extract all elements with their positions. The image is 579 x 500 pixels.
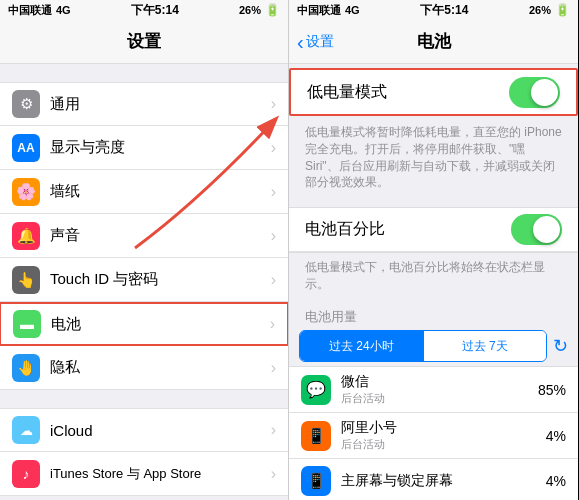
usage-label-container: 电池用量 bbox=[289, 303, 578, 330]
itunes-label: iTunes Store 与 App Store bbox=[50, 465, 271, 483]
wechat-sub: 后台活动 bbox=[341, 391, 538, 406]
wallpaper-icon: 🌸 bbox=[12, 178, 40, 206]
app-row-homescreen: 📱 主屏幕与锁定屏幕 4% bbox=[289, 459, 578, 500]
battery-pct-toggle[interactable] bbox=[511, 214, 562, 245]
right-nav-title: 电池 bbox=[417, 30, 451, 53]
battery-pct-label: 电池百分比 bbox=[305, 219, 511, 240]
battery-content: 低电量模式 低电量模式将暂时降低耗电量，直至您的 iPhone 完全充电。打开后… bbox=[289, 64, 578, 500]
low-power-description: 低电量模式将暂时降低耗电量，直至您的 iPhone 完全充电。打开后，将停用邮件… bbox=[289, 116, 578, 203]
app-usage-list: 💬 微信 后台活动 85% 📱 阿里小号 后台活动 bbox=[289, 366, 578, 500]
tab-24h[interactable]: 过去 24小时 bbox=[300, 331, 423, 361]
left-time: 下午5:14 bbox=[131, 2, 179, 19]
left-nav-title: 设置 bbox=[127, 30, 161, 53]
general-icon: ⚙ bbox=[12, 90, 40, 118]
tab-7d-label: 过去 7天 bbox=[462, 338, 508, 355]
wallpaper-label: 墙纸 bbox=[50, 182, 271, 201]
wechat-icon: 💬 bbox=[301, 375, 331, 405]
left-status-right: 26% 🔋 bbox=[239, 3, 280, 17]
alibaba-sub: 后台活动 bbox=[341, 437, 546, 452]
right-nav-bar: ‹ 设置 电池 bbox=[289, 20, 578, 64]
settings-row-battery[interactable]: ▬ 电池 › bbox=[0, 302, 288, 346]
sound-chevron: › bbox=[271, 227, 276, 245]
settings-row-general[interactable]: ⚙ 通用 › bbox=[0, 82, 288, 126]
sound-icon: 🔔 bbox=[12, 222, 40, 250]
tab-7d[interactable]: 过去 7天 bbox=[423, 331, 547, 361]
toggle-thumb bbox=[531, 79, 558, 106]
settings-row-itunes[interactable]: ♪ iTunes Store 与 App Store › bbox=[0, 452, 288, 496]
right-panel: 中国联通 4G 下午5:14 26% 🔋 ‹ 设置 电池 低电量模式 bbox=[289, 0, 578, 500]
settings-row-wallpaper[interactable]: 🌸 墙纸 › bbox=[0, 170, 288, 214]
display-label: 显示与亮度 bbox=[50, 138, 271, 157]
sound-label: 声音 bbox=[50, 226, 271, 245]
right-battery-icon: 🔋 bbox=[555, 3, 570, 17]
wallpaper-chevron: › bbox=[271, 183, 276, 201]
wechat-name: 微信 bbox=[341, 373, 538, 391]
low-power-highlight-box: 低电量模式 bbox=[289, 68, 578, 116]
display-chevron: › bbox=[271, 139, 276, 157]
alibaba-icon: 📱 bbox=[301, 421, 331, 451]
app-container: 中国联通 4G 下午5:14 26% 🔋 设置 ⚙ 通用 › bbox=[0, 0, 579, 500]
privacy-icon: 🤚 bbox=[12, 354, 40, 382]
back-button[interactable]: ‹ 设置 bbox=[297, 32, 334, 52]
settings-row-touch[interactable]: 👆 Touch ID 与密码 › bbox=[0, 258, 288, 302]
left-settings-list: ⚙ 通用 › AA 显示与亮度 › 🌸 墙纸 › 🔔 声音 › bbox=[0, 64, 288, 500]
battery-pct-note: 低电量模式下，电池百分比将始终在状态栏显示。 bbox=[289, 253, 578, 303]
low-power-label: 低电量模式 bbox=[307, 82, 509, 103]
battery-pct-section: 电池百分比 bbox=[289, 207, 578, 253]
right-status-right: 26% 🔋 bbox=[529, 3, 570, 17]
privacy-chevron: › bbox=[271, 359, 276, 377]
homescreen-icon: 📱 bbox=[301, 466, 331, 496]
refresh-icon[interactable]: ↻ bbox=[553, 335, 568, 357]
privacy-label: 隐私 bbox=[50, 358, 271, 377]
left-carrier: 中国联通 bbox=[8, 3, 52, 18]
low-power-toggle[interactable] bbox=[509, 77, 560, 108]
wechat-info: 微信 后台活动 bbox=[341, 373, 538, 406]
back-arrow-icon: ‹ bbox=[297, 32, 304, 52]
general-label: 通用 bbox=[50, 95, 271, 114]
left-nav-bar: 设置 bbox=[0, 20, 288, 64]
left-battery-pct: 26% bbox=[239, 4, 261, 16]
homescreen-name: 主屏幕与锁定屏幕 bbox=[341, 472, 546, 490]
battery-icon: ▬ bbox=[13, 310, 41, 338]
left-panel: 中国联通 4G 下午5:14 26% 🔋 设置 ⚙ 通用 › bbox=[0, 0, 289, 500]
section-divider-top bbox=[0, 64, 288, 82]
icloud-chevron: › bbox=[271, 421, 276, 439]
usage-tabs-container: 过去 24小时 过去 7天 ↻ bbox=[299, 330, 568, 362]
display-icon: AA bbox=[12, 134, 40, 162]
tab-24h-label: 过去 24小时 bbox=[329, 338, 394, 355]
left-status-bar: 中国联通 4G 下午5:14 26% 🔋 bbox=[0, 0, 288, 20]
alibaba-pct: 4% bbox=[546, 428, 566, 444]
settings-row-sound[interactable]: 🔔 声音 › bbox=[0, 214, 288, 258]
back-label: 设置 bbox=[306, 33, 334, 51]
alibaba-info: 阿里小号 后台活动 bbox=[341, 419, 546, 452]
right-carrier: 中国联通 bbox=[297, 3, 341, 18]
settings-row-display[interactable]: AA 显示与亮度 › bbox=[0, 126, 288, 170]
settings-row-privacy[interactable]: 🤚 隐私 › bbox=[0, 346, 288, 390]
alibaba-name: 阿里小号 bbox=[341, 419, 546, 437]
app-row-wechat: 💬 微信 后台活动 85% bbox=[289, 367, 578, 413]
battery-chevron: › bbox=[270, 315, 275, 333]
general-chevron: › bbox=[271, 95, 276, 113]
settings-section-2: ☁ iCloud › ♪ iTunes Store 与 App Store › bbox=[0, 408, 288, 496]
battery-pct-row: 电池百分比 bbox=[289, 208, 578, 252]
section-divider-2 bbox=[0, 390, 288, 408]
touch-icon: 👆 bbox=[12, 266, 40, 294]
icloud-icon: ☁ bbox=[12, 416, 40, 444]
itunes-chevron: › bbox=[271, 465, 276, 483]
homescreen-info: 主屏幕与锁定屏幕 bbox=[341, 472, 546, 490]
battery-pct-thumb bbox=[533, 216, 560, 243]
left-battery-icon: 🔋 bbox=[265, 3, 280, 17]
low-power-row: 低电量模式 bbox=[291, 70, 576, 114]
right-time: 下午5:14 bbox=[420, 2, 468, 19]
settings-section-1: ⚙ 通用 › AA 显示与亮度 › 🌸 墙纸 › 🔔 声音 › bbox=[0, 82, 288, 390]
section-divider-3 bbox=[0, 496, 288, 500]
right-battery-pct: 26% bbox=[529, 4, 551, 16]
left-status-left: 中国联通 4G bbox=[8, 3, 71, 18]
icloud-label: iCloud bbox=[50, 422, 271, 439]
usage-label: 电池用量 bbox=[305, 309, 357, 324]
itunes-icon: ♪ bbox=[12, 460, 40, 488]
homescreen-pct: 4% bbox=[546, 473, 566, 489]
app-row-alibaba: 📱 阿里小号 后台活动 4% bbox=[289, 413, 578, 459]
settings-row-icloud[interactable]: ☁ iCloud › bbox=[0, 408, 288, 452]
wechat-pct: 85% bbox=[538, 382, 566, 398]
